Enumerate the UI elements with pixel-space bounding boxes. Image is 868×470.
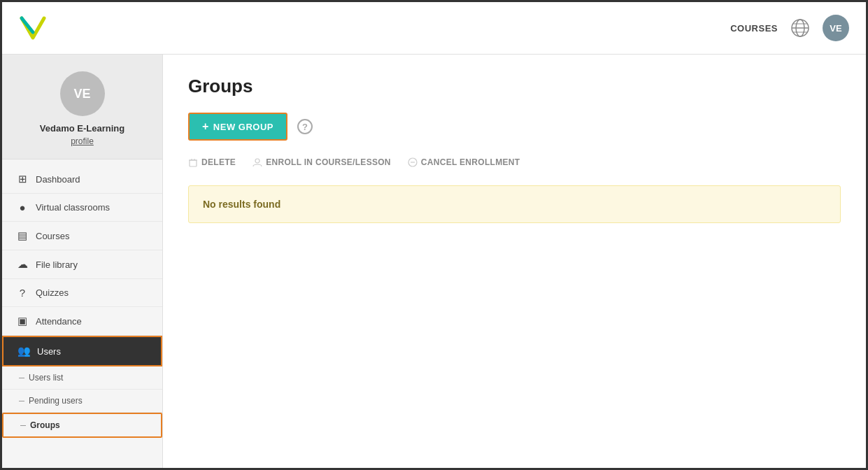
new-group-button[interactable]: + NEW GROUP bbox=[188, 113, 287, 141]
sidebar: VE Vedamo E-Learning profile ⊞ Dashboard… bbox=[2, 55, 163, 468]
sidebar-item-label: Attendance bbox=[36, 316, 82, 327]
user-avatar[interactable]: VE bbox=[823, 15, 849, 41]
file-library-icon: ☁ bbox=[16, 258, 29, 271]
cancel-label: CANCEL ENROLLMENT bbox=[421, 157, 520, 167]
sub-item-label: Pending users bbox=[29, 396, 83, 406]
profile-section: VE Vedamo E-Learning profile bbox=[2, 55, 162, 159]
no-results-text: No results found bbox=[203, 199, 280, 210]
profile-name: Vedamo E-Learning bbox=[40, 123, 124, 134]
body: VE Vedamo E-Learning profile ⊞ Dashboard… bbox=[2, 55, 866, 468]
sub-item-label: Groups bbox=[30, 420, 60, 430]
sidebar-item-label: Quizzes bbox=[36, 287, 69, 298]
sidebar-item-dashboard[interactable]: ⊞ Dashboard bbox=[2, 165, 162, 194]
nav-sub-items: Users list Pending users Groups bbox=[2, 366, 162, 438]
courses-link[interactable]: COURSES bbox=[730, 23, 778, 34]
trash-icon bbox=[188, 157, 198, 167]
app-window: COURSES VE VE Vedamo E-Learning profile … bbox=[0, 0, 868, 470]
courses-icon: ▤ bbox=[16, 229, 29, 242]
sidebar-sub-item-pending-users[interactable]: Pending users bbox=[2, 390, 162, 413]
delete-button[interactable]: DELETE bbox=[188, 157, 236, 167]
plus-icon: + bbox=[202, 120, 209, 133]
enroll-label: ENROLL IN COURSE/LESSON bbox=[266, 157, 391, 167]
sidebar-item-file-library[interactable]: ☁ File library bbox=[2, 250, 162, 279]
enroll-button[interactable]: ENROLL IN COURSE/LESSON bbox=[252, 157, 391, 167]
users-icon: 👥 bbox=[17, 345, 30, 357]
sidebar-item-label: Users bbox=[37, 346, 61, 357]
cancel-icon bbox=[408, 157, 418, 167]
delete-label: DELETE bbox=[201, 157, 236, 167]
svg-rect-5 bbox=[190, 160, 197, 166]
sub-item-label: Users list bbox=[29, 373, 63, 383]
logo bbox=[19, 14, 47, 42]
sidebar-item-courses[interactable]: ▤ Courses bbox=[2, 222, 162, 250]
new-group-label: NEW GROUP bbox=[213, 122, 273, 132]
sidebar-item-virtual-classrooms[interactable]: ● Virtual classrooms bbox=[2, 194, 162, 222]
sidebar-item-label: Courses bbox=[36, 231, 69, 241]
header-right: COURSES VE bbox=[730, 15, 849, 41]
attendance-icon: ▣ bbox=[16, 315, 29, 327]
sidebar-item-attendance[interactable]: ▣ Attendance bbox=[2, 307, 162, 336]
sidebar-item-label: Dashboard bbox=[36, 174, 80, 185]
cancel-enrollment-button[interactable]: CANCEL ENROLLMENT bbox=[408, 157, 520, 167]
dashboard-icon: ⊞ bbox=[16, 173, 29, 185]
svg-point-9 bbox=[255, 159, 259, 163]
sidebar-item-quizzes[interactable]: ? Quizzes bbox=[2, 279, 162, 307]
profile-avatar: VE bbox=[60, 71, 105, 116]
quizzes-icon: ? bbox=[16, 287, 29, 299]
profile-link[interactable]: profile bbox=[71, 136, 94, 146]
globe-icon[interactable] bbox=[790, 18, 810, 38]
page-title: Groups bbox=[188, 76, 841, 97]
main-content: Groups + NEW GROUP ? DELETE bbox=[163, 55, 866, 468]
actions-row: + NEW GROUP ? bbox=[188, 113, 841, 141]
no-results-banner: No results found bbox=[188, 185, 841, 223]
help-icon[interactable]: ? bbox=[297, 119, 313, 134]
sidebar-item-label: File library bbox=[36, 259, 78, 270]
sidebar-item-label: Virtual classrooms bbox=[36, 202, 110, 213]
header: COURSES VE bbox=[2, 2, 866, 55]
enroll-icon bbox=[252, 157, 262, 167]
virtual-classrooms-icon: ● bbox=[16, 201, 29, 213]
sidebar-item-users[interactable]: 👥 Users bbox=[2, 336, 162, 366]
nav-items: ⊞ Dashboard ● Virtual classrooms ▤ Cours… bbox=[2, 159, 162, 468]
toolbar-row: DELETE ENROLL IN COURSE/LESSON CANCEL EN… bbox=[188, 157, 841, 174]
sidebar-sub-item-users-list[interactable]: Users list bbox=[2, 366, 162, 390]
sidebar-sub-item-groups[interactable]: Groups bbox=[2, 413, 162, 438]
